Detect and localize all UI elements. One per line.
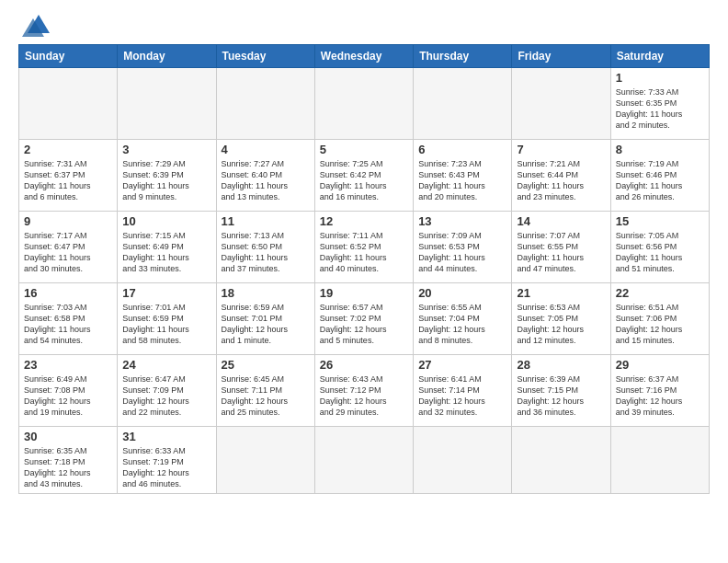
- day-info: Sunrise: 7:27 AM Sunset: 6:40 PM Dayligh…: [222, 158, 310, 203]
- day-number: 17: [122, 286, 210, 300]
- calendar-cell: [314, 68, 413, 140]
- calendar-cell: 30Sunrise: 6:35 AM Sunset: 7:18 PM Dayli…: [19, 427, 118, 494]
- page: Sunday Monday Tuesday Wednesday Thursday…: [0, 0, 728, 563]
- calendar-cell: 5Sunrise: 7:25 AM Sunset: 6:42 PM Daylig…: [314, 140, 413, 212]
- day-info: Sunrise: 6:51 AM Sunset: 7:06 PM Dayligh…: [616, 302, 704, 347]
- day-number: 27: [418, 358, 506, 372]
- calendar-cell: [19, 68, 118, 140]
- calendar-cell: 6Sunrise: 7:23 AM Sunset: 6:43 PM Daylig…: [414, 140, 512, 212]
- day-number: 26: [320, 358, 408, 372]
- calendar-cell: [512, 68, 610, 140]
- th-monday: Monday: [118, 45, 216, 68]
- calendar-cell: 2Sunrise: 7:31 AM Sunset: 6:37 PM Daylig…: [19, 140, 118, 212]
- day-info: Sunrise: 7:21 AM Sunset: 6:44 PM Dayligh…: [517, 158, 605, 203]
- calendar-table: Sunday Monday Tuesday Wednesday Thursday…: [18, 44, 710, 494]
- calendar-cell: 23Sunrise: 6:49 AM Sunset: 7:08 PM Dayli…: [19, 355, 118, 427]
- calendar-cell: 9Sunrise: 7:17 AM Sunset: 6:47 PM Daylig…: [19, 212, 118, 283]
- day-number: 20: [418, 286, 506, 300]
- day-number: 10: [122, 214, 210, 228]
- day-info: Sunrise: 6:41 AM Sunset: 7:14 PM Dayligh…: [418, 373, 506, 419]
- day-info: Sunrise: 7:03 AM Sunset: 6:58 PM Dayligh…: [24, 302, 112, 347]
- day-number: 16: [24, 286, 112, 300]
- day-info: Sunrise: 6:53 AM Sunset: 7:05 PM Dayligh…: [517, 302, 605, 347]
- day-number: 30: [24, 430, 112, 443]
- calendar-cell: 12Sunrise: 7:11 AM Sunset: 6:52 PM Dayli…: [314, 212, 413, 283]
- calendar-cell: 7Sunrise: 7:21 AM Sunset: 6:44 PM Daylig…: [512, 140, 610, 212]
- day-info: Sunrise: 7:33 AM Sunset: 6:35 PM Dayligh…: [616, 86, 704, 132]
- day-info: Sunrise: 7:23 AM Sunset: 6:43 PM Dayligh…: [418, 158, 506, 203]
- calendar-cell: [512, 427, 610, 494]
- day-number: 8: [616, 143, 704, 156]
- calendar-cell: 13Sunrise: 7:09 AM Sunset: 6:53 PM Dayli…: [414, 212, 512, 283]
- header: [18, 15, 710, 37]
- day-info: Sunrise: 7:15 AM Sunset: 6:49 PM Dayligh…: [122, 230, 210, 275]
- day-number: 5: [320, 143, 408, 156]
- calendar-cell: [216, 427, 314, 494]
- calendar-cell: 28Sunrise: 6:39 AM Sunset: 7:15 PM Dayli…: [512, 355, 610, 427]
- day-info: Sunrise: 7:09 AM Sunset: 6:53 PM Dayligh…: [418, 230, 506, 275]
- day-number: 7: [517, 143, 605, 156]
- calendar-cell: 16Sunrise: 7:03 AM Sunset: 6:58 PM Dayli…: [19, 283, 118, 355]
- day-info: Sunrise: 7:13 AM Sunset: 6:50 PM Dayligh…: [222, 230, 310, 275]
- calendar-cell: [414, 427, 512, 494]
- day-number: 4: [222, 143, 310, 156]
- day-number: 15: [616, 214, 704, 228]
- calendar-cell: 29Sunrise: 6:37 AM Sunset: 7:16 PM Dayli…: [610, 355, 709, 427]
- day-info: Sunrise: 6:33 AM Sunset: 7:19 PM Dayligh…: [122, 445, 210, 490]
- calendar-cell: 27Sunrise: 6:41 AM Sunset: 7:14 PM Dayli…: [414, 355, 512, 427]
- day-number: 13: [418, 214, 506, 228]
- day-number: 28: [517, 358, 605, 372]
- day-number: 24: [122, 358, 210, 372]
- weekday-row: Sunday Monday Tuesday Wednesday Thursday…: [19, 45, 710, 68]
- day-info: Sunrise: 7:19 AM Sunset: 6:46 PM Dayligh…: [616, 158, 704, 203]
- day-number: 11: [222, 214, 310, 228]
- calendar-cell: 19Sunrise: 6:57 AM Sunset: 7:02 PM Dayli…: [314, 283, 413, 355]
- day-number: 6: [418, 143, 506, 156]
- day-number: 23: [24, 358, 112, 372]
- calendar-cell: [414, 68, 512, 140]
- calendar-cell: [118, 68, 216, 140]
- day-info: Sunrise: 6:37 AM Sunset: 7:16 PM Dayligh…: [616, 373, 704, 419]
- day-info: Sunrise: 7:05 AM Sunset: 6:56 PM Dayligh…: [616, 230, 704, 275]
- th-tuesday: Tuesday: [216, 45, 314, 68]
- calendar-cell: 22Sunrise: 6:51 AM Sunset: 7:06 PM Dayli…: [610, 283, 709, 355]
- day-info: Sunrise: 6:45 AM Sunset: 7:11 PM Dayligh…: [222, 373, 310, 419]
- logo-icon: [22, 11, 50, 37]
- calendar-cell: 25Sunrise: 6:45 AM Sunset: 7:11 PM Dayli…: [216, 355, 314, 427]
- day-info: Sunrise: 7:07 AM Sunset: 6:55 PM Dayligh…: [517, 230, 605, 275]
- day-info: Sunrise: 7:17 AM Sunset: 6:47 PM Dayligh…: [24, 230, 112, 275]
- calendar-cell: 26Sunrise: 6:43 AM Sunset: 7:12 PM Dayli…: [314, 355, 413, 427]
- calendar-cell: 1Sunrise: 7:33 AM Sunset: 6:35 PM Daylig…: [610, 68, 709, 140]
- calendar-cell: 4Sunrise: 7:27 AM Sunset: 6:40 PM Daylig…: [216, 140, 314, 212]
- day-info: Sunrise: 6:35 AM Sunset: 7:18 PM Dayligh…: [24, 445, 112, 490]
- th-wednesday: Wednesday: [314, 45, 413, 68]
- day-info: Sunrise: 6:43 AM Sunset: 7:12 PM Dayligh…: [320, 373, 408, 419]
- th-sunday: Sunday: [19, 45, 118, 68]
- calendar-cell: [610, 427, 709, 494]
- day-info: Sunrise: 7:31 AM Sunset: 6:37 PM Dayligh…: [24, 158, 112, 203]
- calendar-cell: 17Sunrise: 7:01 AM Sunset: 6:59 PM Dayli…: [118, 283, 216, 355]
- day-number: 22: [616, 286, 704, 300]
- calendar-cell: 14Sunrise: 7:07 AM Sunset: 6:55 PM Dayli…: [512, 212, 610, 283]
- calendar-cell: [314, 427, 413, 494]
- day-number: 31: [122, 430, 210, 443]
- calendar-body: 1Sunrise: 7:33 AM Sunset: 6:35 PM Daylig…: [19, 68, 710, 494]
- calendar-cell: 11Sunrise: 7:13 AM Sunset: 6:50 PM Dayli…: [216, 212, 314, 283]
- th-friday: Friday: [512, 45, 610, 68]
- day-number: 2: [24, 143, 112, 156]
- day-number: 18: [222, 286, 310, 300]
- day-number: 12: [320, 214, 408, 228]
- calendar-cell: 10Sunrise: 7:15 AM Sunset: 6:49 PM Dayli…: [118, 212, 216, 283]
- day-info: Sunrise: 7:29 AM Sunset: 6:39 PM Dayligh…: [122, 158, 210, 203]
- calendar-cell: 8Sunrise: 7:19 AM Sunset: 6:46 PM Daylig…: [610, 140, 709, 212]
- calendar-header: Sunday Monday Tuesday Wednesday Thursday…: [19, 45, 710, 68]
- day-number: 3: [122, 143, 210, 156]
- day-number: 25: [222, 358, 310, 372]
- calendar-cell: 18Sunrise: 6:59 AM Sunset: 7:01 PM Dayli…: [216, 283, 314, 355]
- calendar-cell: [216, 68, 314, 140]
- day-number: 14: [517, 214, 605, 228]
- day-info: Sunrise: 6:59 AM Sunset: 7:01 PM Dayligh…: [222, 302, 310, 347]
- calendar-cell: 3Sunrise: 7:29 AM Sunset: 6:39 PM Daylig…: [118, 140, 216, 212]
- calendar-cell: 20Sunrise: 6:55 AM Sunset: 7:04 PM Dayli…: [414, 283, 512, 355]
- th-thursday: Thursday: [414, 45, 512, 68]
